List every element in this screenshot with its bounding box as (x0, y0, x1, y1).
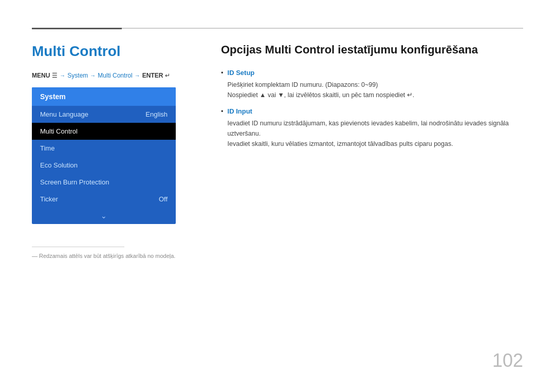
menu-item-screen-burn[interactable]: Screen Burn Protection (32, 174, 176, 191)
section-id-setup-content: ID Setup Piešķiriet komplektam ID numuru… (228, 69, 523, 100)
page-number: 102 (492, 350, 523, 371)
menu-item-menu-language[interactable]: Menu Language English (32, 106, 176, 123)
menu-item-ticker[interactable]: Ticker Off (32, 191, 176, 208)
section-id-input-title: ID Input (228, 107, 523, 115)
arrow-1: → (60, 72, 65, 79)
menu-item-value: English (145, 110, 168, 118)
section-id-input-line2: Ievadiet skaitli, kuru vēlaties izmantot… (228, 139, 523, 149)
menu-item-label: Eco Solution (40, 161, 78, 169)
enter-icon: ↵ (165, 72, 170, 79)
menu-icon: ☰ (52, 72, 58, 79)
menu-item-value: Off (159, 195, 168, 203)
arrow-2: → (90, 72, 96, 79)
bottom-separator (32, 247, 124, 247)
section-id-input-content: ID Input Ievadiet ID numuru izstrādājuma… (228, 107, 523, 149)
menu-path: MENU ☰ → System → Multi Control → ENTER … (32, 72, 227, 79)
menu-item-label: Menu Language (40, 110, 88, 118)
arrow-3: → (135, 72, 140, 79)
section-id-input: • ID Input Ievadiet ID numuru izstrādāju… (221, 107, 523, 149)
section-id-input-line1: Ievadiet ID numuru izstrādājumam, kas pi… (228, 118, 523, 139)
section-id-setup-title: ID Setup (228, 69, 523, 77)
bullet-icon: • (221, 69, 224, 77)
section-id-setup-line2: Nospiediet ▲ vai ▼, lai izvēlētos skaitl… (228, 90, 523, 100)
enter-label: ENTER (142, 72, 163, 79)
menu-item-label: Multi Control (40, 127, 78, 135)
menu-label: MENU (32, 72, 50, 79)
system-link: System (67, 72, 88, 79)
top-accent-line (32, 28, 122, 29)
menu-item-label: Time (40, 144, 54, 152)
right-panel: Opcijas Multi Control iestatījumu konfig… (221, 36, 523, 156)
bullet-icon: • (221, 107, 224, 115)
left-panel: Multi Control MENU ☰ → System → Multi Co… (32, 36, 227, 224)
menu-item-time[interactable]: Time (32, 140, 176, 157)
system-menu: System Menu Language English Multi Contr… (32, 87, 176, 224)
menu-item-multi-control[interactable]: Multi Control (32, 123, 176, 140)
menu-item-eco-solution[interactable]: Eco Solution (32, 157, 176, 174)
menu-item-label: Ticker (40, 195, 58, 203)
multi-control-link: Multi Control (98, 72, 132, 79)
page-title: Multi Control (32, 43, 227, 60)
system-menu-header: System (32, 87, 176, 106)
section-id-setup-line1: Piešķiriet komplektam ID numuru. (Diapaz… (228, 80, 523, 90)
menu-chevron: ⌄ (32, 208, 176, 224)
menu-item-label: Screen Burn Protection (40, 178, 109, 186)
right-panel-title: Opcijas Multi Control iestatījumu konfig… (221, 43, 523, 57)
footnote: ― Redzamais attēls var būt atšķirīgs atk… (32, 253, 175, 259)
section-id-setup: • ID Setup Piešķiriet komplektam ID numu… (221, 69, 523, 100)
